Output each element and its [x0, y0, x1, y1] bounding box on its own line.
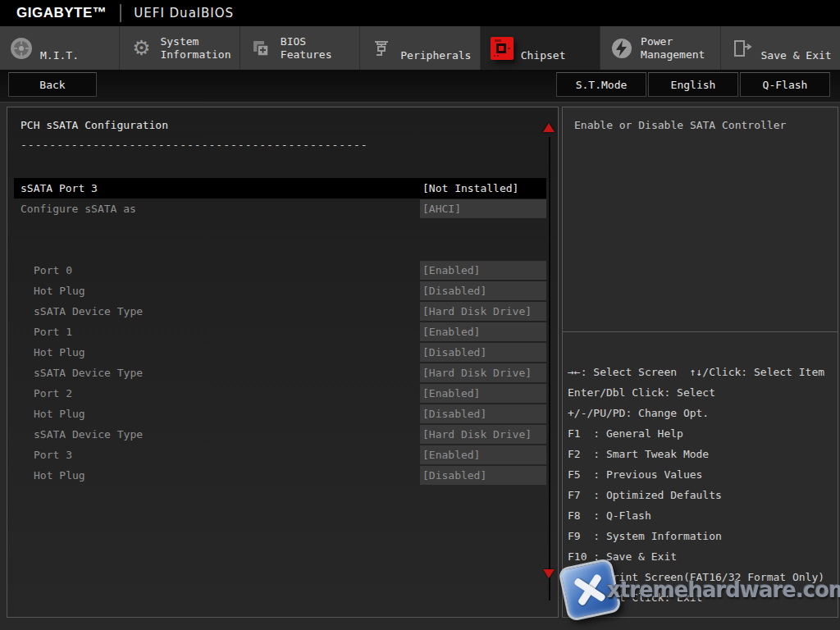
key-legend-line: Enter/Dbl Click: Select [568, 382, 838, 403]
setting-value: [Disabled] [420, 404, 546, 423]
bios-features-icon [249, 36, 274, 61]
setting-row-hotplug1[interactable]: Hot Plug [Disabled] [14, 342, 546, 363]
gigabyte-logo: GIGABYTE™ [16, 5, 107, 21]
setting-label: Port 2 [14, 384, 418, 403]
title-bar: GIGABYTE™ UEFI DualBIOS [0, 0, 840, 26]
setting-value: [Hard Disk Drive] [420, 425, 546, 444]
tab-label: Power Management [641, 35, 705, 62]
item-help-text: Enable or Disable SATA Controller [563, 107, 838, 332]
setting-value: [Enabled] [420, 384, 546, 403]
setting-value: [Enabled] [420, 445, 546, 464]
tab-label: Peripherals [400, 49, 471, 62]
key-legend-line: →←: Select Screen ↑↓/Click: Select Item [568, 362, 838, 382]
toolbar: Back S.T.Mode English Q-Flash [0, 70, 840, 103]
setting-value: [Not Installed] [420, 179, 546, 198]
setting-row-port2[interactable]: Port 2 [Enabled] [14, 383, 546, 404]
back-button[interactable]: Back [8, 72, 97, 97]
setting-value: [Disabled] [420, 466, 546, 485]
setting-label: Port 1 [14, 322, 418, 341]
tab-label: BIOS Features [281, 35, 332, 62]
key-legend-line: F9 : System Information [568, 526, 838, 546]
key-legend-line: F10 : Save & Exit [568, 546, 838, 567]
title-divider: ----------------------------------------… [21, 139, 368, 151]
setting-label: sSATA Device Type [14, 363, 418, 382]
setting-row-devtype2[interactable]: sSATA Device Type [Hard Disk Drive] [14, 424, 546, 445]
key-legend: →←: Select Screen ↑↓/Click: Select Item … [563, 332, 838, 617]
setting-label: sSATA Device Type [14, 425, 418, 444]
language-button[interactable]: English [648, 72, 738, 97]
q-flash-button[interactable]: Q-Flash [740, 72, 830, 97]
tab-peripherals[interactable]: Peripherals [360, 26, 480, 70]
peripherals-icon [369, 36, 394, 61]
setting-value: [Enabled] [420, 322, 546, 341]
page-title: PCH sSATA Configuration [21, 119, 168, 131]
setting-label: Port 0 [14, 261, 418, 280]
main-menu-tabbar: M.I.T. ⚙ System Information BIOS Feature… [0, 26, 840, 70]
chipset-icon [490, 36, 514, 61]
tab-label: Chipset [521, 49, 566, 62]
tab-system-information[interactable]: ⚙ System Information [120, 26, 240, 70]
setting-label: Hot Plug [14, 466, 418, 485]
gear-icon: ⚙ [129, 36, 153, 61]
setting-row-devtype0[interactable]: sSATA Device Type [Hard Disk Drive] [14, 301, 546, 322]
setting-label: Hot Plug [14, 343, 418, 362]
scroll-up-arrow-icon[interactable] [543, 123, 555, 132]
setting-row-configure-ssata[interactable]: Configure sSATA as [AHCI] [14, 199, 546, 219]
setting-value: [Disabled] [420, 343, 546, 362]
save-exit-icon [730, 36, 755, 61]
tab-mit[interactable]: M.I.T. [0, 26, 120, 70]
power-management-icon [609, 36, 634, 61]
setting-row-hotplug2[interactable]: Hot Plug [Disabled] [14, 404, 546, 424]
key-legend-line: F8 : Q-Flash [568, 505, 838, 526]
scrollbar[interactable] [549, 137, 550, 600]
setting-row-devtype1[interactable]: sSATA Device Type [Hard Disk Drive] [14, 363, 546, 383]
mit-dial-icon [9, 36, 34, 61]
tab-label: M.I.T. [40, 49, 79, 62]
setting-label: sSATA Device Type [14, 302, 418, 321]
setting-value: [Hard Disk Drive] [420, 363, 546, 382]
key-legend-line: F12 : Print Screen(FAT16/32 Format Only) [568, 567, 838, 587]
key-legend-line: ESC/Right Click: Exit [568, 587, 838, 608]
setting-row-port3[interactable]: Port 3 [Enabled] [14, 445, 546, 465]
bios-setup-screen: GIGABYTE™ UEFI DualBIOS M.I.T. ⚙ System … [0, 0, 840, 630]
key-legend-line: F5 : Previous Values [568, 464, 838, 485]
st-mode-button[interactable]: S.T.Mode [556, 72, 646, 97]
key-legend-line: F1 : General Help [568, 423, 838, 444]
setting-value: [Disabled] [420, 281, 546, 300]
scroll-down-arrow-icon[interactable] [543, 569, 555, 578]
setting-row-port0[interactable]: Port 0 [Enabled] [14, 260, 546, 281]
setting-row-hotplug0[interactable]: Hot Plug [Disabled] [14, 281, 546, 301]
tab-label: Save & Exit [761, 49, 832, 62]
setting-label: Port 3 [14, 445, 418, 464]
setting-label: Hot Plug [14, 404, 418, 423]
setting-label: Configure sSATA as [14, 199, 418, 218]
key-legend-line: F2 : Smart Tweak Mode [568, 444, 838, 464]
setting-row-port1[interactable]: Port 1 [Enabled] [14, 322, 546, 342]
tab-bios-features[interactable]: BIOS Features [240, 26, 360, 70]
key-legend-line: +/-/PU/PD: Change Opt. [568, 403, 838, 423]
tab-power-management[interactable]: Power Management [600, 26, 720, 70]
help-panel: Enable or Disable SATA Controller →←: Se… [562, 107, 838, 618]
settings-list: sSATA Controller [Enabled] Configure sSA… [14, 178, 546, 486]
tab-chipset[interactable]: Chipset [481, 26, 600, 70]
header-divider [120, 4, 121, 22]
setting-value: [Enabled] [420, 261, 546, 280]
tab-save-exit[interactable]: Save & Exit [721, 26, 840, 70]
settings-panel: PCH sSATA Configuration ----------------… [7, 107, 559, 618]
key-legend-line: F7 : Optimized Defaults [568, 485, 838, 505]
setting-label: sSATA Port 3 [14, 179, 418, 198]
setting-label: Hot Plug [14, 281, 418, 300]
tab-label: System Information [160, 35, 231, 62]
setting-value: [AHCI] [420, 199, 546, 218]
firmware-title: UEFI DualBIOS [134, 6, 234, 21]
setting-row-ssata-port3[interactable]: sSATA Port 3 [Not Installed] [14, 178, 546, 199]
setting-row-hotplug3[interactable]: Hot Plug [Disabled] [14, 465, 546, 486]
blank-rows [14, 219, 546, 260]
setting-value: [Hard Disk Drive] [420, 302, 546, 321]
